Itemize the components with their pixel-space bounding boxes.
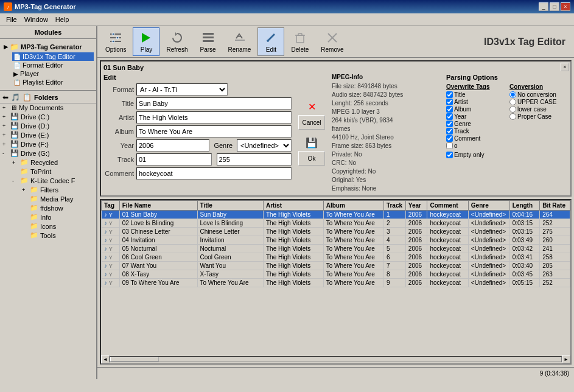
tree-item-klite[interactable]: - 📁 K-Lite Codec F [0,176,96,185]
tree-item-drive-f[interactable]: + 💾 Drive (F:) [0,139,96,149]
table-row[interactable]: ♪ Y04 InvitationInvitationThe High Viole… [102,236,570,245]
scroll-left-button[interactable]: ◄ [101,355,110,363]
check-genre-box[interactable] [446,121,453,127]
check-comment-box[interactable] [446,135,453,142]
sidebar-item-mp3-tag-generator[interactable]: ▶ 📁 MP3-Tag Generator [2,41,94,52]
status-bar: 9 (0:34:38) [97,367,574,379]
edit-form: Format Ar - Al - Tr.Ti Title [103,83,292,180]
play-button[interactable]: Play [133,27,159,56]
minimize-button[interactable]: _ [539,2,548,11]
table-row[interactable]: ♪ Y06 Cool GreenCool GreenThe High Viole… [102,253,570,262]
check-track-box[interactable] [446,128,453,135]
check-year-box[interactable] [446,113,453,120]
tree-item-drive-d[interactable]: + 💾 Drive (D:) [0,121,96,130]
table-row[interactable]: ♪ Y05 NocturnalNocturnalThe High Violets… [102,245,570,253]
radio-upper-case-label: UPPER CASE [517,99,556,105]
tree-item-drive-c[interactable]: + 💾 Drive (C:) [0,112,96,121]
cell-6: 2006 [405,262,427,270]
conversion-header: Conversion [509,83,568,90]
y-badge: Y [109,237,113,243]
menu-window[interactable]: Window [21,15,52,24]
radio-proper-case-label: Proper Case [517,113,551,120]
check-title-box[interactable] [446,91,453,98]
tree-item-tools[interactable]: 📁 Tools [0,231,96,240]
track2-input[interactable] [217,153,292,166]
mpeg-line-2: Lenght: 256 seconds [332,99,441,108]
radio-lower-case: lower case [509,106,568,113]
genre-select[interactable]: <Undefined> [237,139,292,152]
cell-7: hockeycoat [427,270,468,279]
radio-proper-case-input[interactable] [509,113,516,120]
tree-item-ffdshow[interactable]: 📁 ffdshow [0,203,96,212]
sidebar-item-playlist-editor[interactable]: 📋 Playlist Editor [12,78,94,86]
title-input[interactable] [136,97,292,110]
cancel-icon[interactable]: ✕ [308,101,316,113]
title-row: Title [103,97,292,110]
table-row[interactable]: ♪ Y07 Want YouWant YouThe High VioletsTo… [102,262,570,270]
tree-item-recycled[interactable]: + 📁 Recycled [0,158,96,167]
edit-form-section: Edit Format Ar - Al - Tr.Ti [103,74,292,193]
cell-8: <Undefined> [468,236,509,245]
tree-item-info[interactable]: 📁 Info [0,212,96,222]
refresh-button[interactable]: Refresh [161,27,193,56]
sidebar-item-format-editor[interactable]: 📄 Format Editor [12,61,94,69]
file-table-body: ♪ Y01 Sun BabySun BabyThe High VioletsTo… [102,211,570,287]
sidebar-item-id3v1x-tag-editor[interactable]: 📄 ID3v1x Tag Editor [12,52,94,61]
radio-lower-case-input[interactable] [509,106,516,113]
h-scroll-thumb[interactable] [110,357,159,362]
mpeg-line-3: MPEG 1.0 layer 3 [332,108,441,116]
menu-help[interactable]: Help [52,15,73,24]
empty-only-row: Empty only [446,152,505,158]
comment-input[interactable] [136,167,292,180]
tree-item-drive-g[interactable]: - 💾 Drive (G:) [0,149,96,158]
cell-6: 2006 [405,253,427,262]
parse-icon [201,30,215,45]
cell-10: 252 [540,219,570,228]
table-row[interactable]: ♪ Y08 X-TasyX-TasyThe High VioletsTo Whe… [102,270,570,279]
delete-button[interactable]: Delete [285,27,314,56]
empty-only-checkbox[interactable] [446,152,453,158]
table-scroll[interactable]: Tag File Name Title Artist Album Track Y… [101,200,570,355]
cell-5: 6 [383,253,405,262]
h-scroll-track[interactable] [110,356,562,362]
tree-item-icons[interactable]: 📁 Icons [0,222,96,231]
maximize-button[interactable]: □ [550,2,559,11]
table-row[interactable]: ♪ Y03 Chinese LetterChinese LetterThe Hi… [102,228,570,236]
tree-item-filters[interactable]: + 📁 Filters [0,185,96,194]
tree-item-my-documents[interactable]: + 🖥 My Documents [0,103,96,112]
cell-0: ♪ Y [102,228,120,236]
check-o-box[interactable] [446,142,453,149]
scroll-right-button[interactable]: ► [562,355,570,363]
rename-button[interactable]: Rename [223,27,257,56]
panel-close-button[interactable]: × [561,63,569,71]
window-controls[interactable]: _ □ × [539,2,570,11]
tree-item-drive-e[interactable]: + 💾 Drive (E:) [0,130,96,139]
sidebar-item-player[interactable]: ▶ Player [12,69,94,78]
check-artist-box[interactable] [446,99,453,105]
remove-button[interactable]: Remove [315,27,349,56]
radio-no-conversion-input[interactable] [509,91,516,98]
menu-file[interactable]: File [2,15,21,24]
options-button[interactable]: Options [100,27,131,56]
tree-item-toprint[interactable]: 📁 ToPrint [0,167,96,176]
tree-item-media-play[interactable]: 📁 Media Play [0,194,96,203]
year-input[interactable] [136,139,209,152]
close-button[interactable]: × [561,2,570,11]
cancel-button[interactable]: Cancel [298,115,325,130]
check-track: Track [446,128,505,135]
check-album-box[interactable] [446,106,453,113]
h-scrollbar[interactable]: ◄ ► [101,355,570,363]
album-input[interactable] [136,125,292,138]
ok-icon[interactable]: 💾 [306,137,318,149]
artist-input[interactable] [136,111,292,124]
radio-upper-case-input[interactable] [509,99,516,105]
ok-button[interactable]: Ok [298,151,325,166]
parse-button[interactable]: Parse [194,27,221,56]
table-row[interactable]: ♪ Y09 To Where You AreTo Where You AreTh… [102,279,570,287]
format-select[interactable]: Ar - Al - Tr.Ti [136,83,228,96]
table-row[interactable]: ♪ Y01 Sun BabySun BabyThe High VioletsTo… [102,211,570,219]
track-input[interactable] [136,153,212,166]
table-row[interactable]: ♪ Y02 Love Is BlindingLove Is BlindingTh… [102,219,570,228]
cell-5: 3 [383,228,405,236]
edit-button[interactable]: Edit [257,27,284,56]
